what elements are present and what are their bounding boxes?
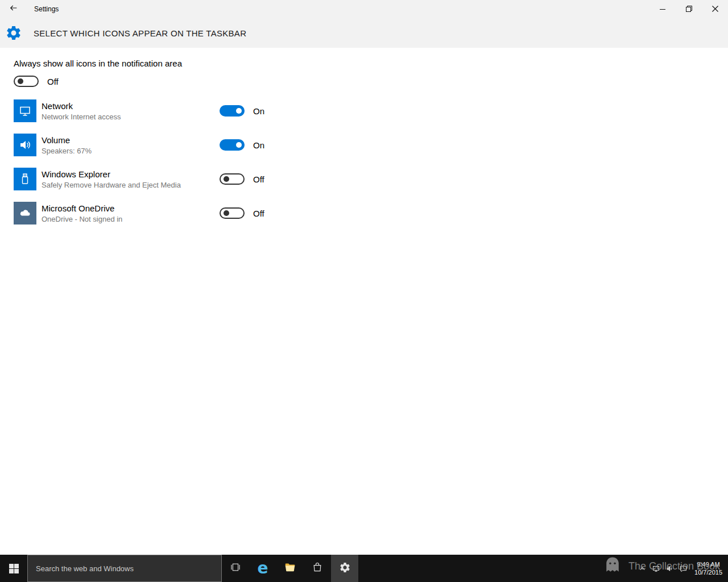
action-center-icon[interactable] — [676, 555, 690, 582]
back-button[interactable] — [0, 0, 27, 18]
list-item-onedrive: Microsoft OneDrive OneDrive - Not signed… — [14, 202, 714, 225]
list-item-volume: Volume Speakers: 67% On — [14, 134, 714, 156]
windows-logo-icon — [9, 564, 19, 573]
clock-date: 10/7/2015 — [694, 568, 722, 576]
network-tray-icon[interactable] — [649, 555, 663, 582]
onedrive-cloud-icon — [14, 202, 36, 225]
close-icon — [712, 4, 718, 14]
volume-tray-icon[interactable] — [663, 555, 676, 582]
settings-gear-icon — [5, 24, 22, 41]
close-button[interactable] — [702, 0, 728, 18]
item-texts: Microsoft OneDrive OneDrive - Not signed… — [42, 203, 220, 223]
master-toggle-label: Always show all icons in the notificatio… — [14, 59, 714, 68]
minimize-icon — [660, 9, 665, 10]
volume-icon — [14, 134, 36, 156]
master-toggle-state: Off — [47, 77, 64, 86]
edge-button[interactable] — [249, 555, 276, 582]
restore-button[interactable] — [676, 0, 702, 18]
page-header: SELECT WHICH ICONS APPEAR ON THE TASKBAR — [0, 18, 728, 48]
master-toggle-row: Off — [14, 76, 714, 87]
master-toggle[interactable] — [14, 76, 39, 87]
task-view-icon — [230, 562, 241, 575]
settings-taskbar-button[interactable] — [331, 555, 358, 582]
toggle-wrap: On — [220, 139, 270, 151]
item-description: Network Internet access — [42, 113, 220, 121]
network-icon — [14, 99, 36, 122]
titlebar: Settings — [0, 0, 728, 18]
item-texts: Network Network Internet access — [42, 101, 220, 121]
network-toggle-state: On — [253, 106, 270, 116]
usb-eject-icon — [14, 168, 36, 190]
system-tray: 9:49 AM 10/7/2015 — [635, 555, 728, 582]
volume-toggle-state: On — [253, 140, 270, 150]
settings-taskbar-gear-icon — [339, 562, 351, 576]
clock-time: 9:49 AM — [694, 560, 722, 568]
task-view-button[interactable] — [222, 555, 249, 582]
file-explorer-icon — [284, 561, 296, 576]
item-name: Windows Explorer — [42, 169, 220, 179]
item-name: Microsoft OneDrive — [42, 203, 220, 213]
item-texts: Windows Explorer Safely Remove Hardware … — [42, 169, 220, 189]
taskbar-search — [27, 555, 222, 582]
item-name: Volume — [42, 135, 220, 145]
store-icon — [312, 562, 323, 575]
icon-list: Network Network Internet access On Volum… — [14, 99, 714, 225]
list-item-windows-explorer: Windows Explorer Safely Remove Hardware … — [14, 168, 714, 190]
toggle-wrap: Off — [220, 207, 270, 219]
toggle-wrap: On — [220, 105, 270, 117]
taskbar: 9:49 AM 10/7/2015 — [0, 555, 728, 582]
search-input[interactable] — [28, 555, 221, 581]
start-button[interactable] — [0, 555, 27, 582]
item-description: Speakers: 67% — [42, 147, 220, 155]
main-content: Always show all icons in the notificatio… — [14, 48, 714, 236]
file-explorer-button[interactable] — [276, 555, 304, 582]
page-title: SELECT WHICH ICONS APPEAR ON THE TASKBAR — [34, 28, 246, 38]
item-texts: Volume Speakers: 67% — [42, 135, 220, 155]
back-arrow-icon — [9, 3, 18, 15]
windows-explorer-toggle[interactable] — [220, 173, 245, 185]
minimize-button[interactable] — [650, 0, 676, 18]
onedrive-toggle-state: Off — [253, 209, 270, 218]
network-toggle[interactable] — [220, 105, 245, 117]
window-title: Settings — [34, 5, 59, 13]
edge-icon — [258, 560, 268, 576]
item-name: Network — [42, 101, 220, 111]
toggle-wrap: Off — [220, 173, 270, 185]
onedrive-toggle[interactable] — [220, 207, 245, 219]
list-item-network: Network Network Internet access On — [14, 99, 714, 122]
taskbar-clock[interactable]: 9:49 AM 10/7/2015 — [690, 560, 728, 576]
window-controls — [650, 0, 728, 18]
store-button[interactable] — [304, 555, 331, 582]
item-description: OneDrive - Not signed in — [42, 215, 220, 223]
item-description: Safely Remove Hardware and Eject Media — [42, 181, 220, 189]
windows-explorer-toggle-state: Off — [253, 174, 270, 184]
restore-icon — [686, 4, 692, 14]
volume-toggle[interactable] — [220, 139, 245, 151]
chevron-up-icon[interactable] — [635, 555, 649, 582]
